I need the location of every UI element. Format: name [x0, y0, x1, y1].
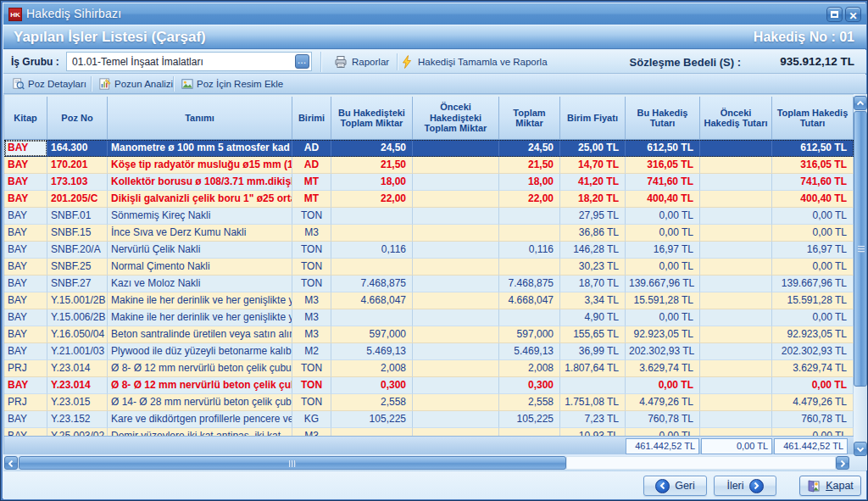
cell-bu_tutar[interactable]: 0,00 TL — [626, 309, 700, 326]
table-row[interactable]: BAYY.21.001/03Plywood ile düz yüzeyli be… — [4, 343, 854, 360]
cell-birim[interactable]: AD — [292, 140, 331, 157]
cell-bu_miktar[interactable]: 2,558 — [331, 394, 413, 411]
table-row[interactable]: BAY164.300Manometre ø 100 mm 5 atmosfer … — [4, 140, 854, 157]
cell-bu_miktar[interactable]: 18,00 — [331, 174, 413, 191]
cell-onceki_tutar[interactable] — [700, 377, 772, 394]
cell-poz[interactable]: Y.23.015 — [47, 394, 108, 411]
cell-kitap[interactable]: BAY — [4, 174, 47, 191]
cell-poz[interactable]: 201.205/C — [47, 191, 108, 208]
cell-birim[interactable]: TON — [292, 259, 331, 276]
cell-toplam_miktar[interactable]: 7.468,875 — [499, 276, 560, 292]
cell-onceki_tutar[interactable] — [700, 360, 772, 377]
cell-poz[interactable]: 170.201 — [47, 157, 108, 174]
cell-poz[interactable]: SNBF.01 — [47, 208, 108, 225]
column-header-poz[interactable]: Poz No — [47, 97, 108, 140]
cell-poz[interactable]: Y.23.014 — [47, 360, 108, 377]
cell-onceki_tutar[interactable] — [700, 343, 772, 360]
column-header-onceki_tutar[interactable]: Önceki Hakediş Tutarı — [700, 97, 772, 140]
poz-resim-ekle-button[interactable]: Poz İçin Resim Ekle — [176, 75, 288, 93]
cell-poz[interactable]: SNBF.20/A — [47, 242, 108, 259]
cell-poz[interactable]: 173.103 — [47, 174, 108, 191]
cell-toplam_tutar[interactable]: 3.629,74 TL — [772, 360, 854, 377]
maximize-button[interactable] — [826, 7, 843, 22]
cell-onceki_tutar[interactable] — [700, 259, 772, 276]
column-header-bu_tutar[interactable]: Bu Hakediş Tutarı — [626, 97, 700, 140]
cell-toplam_tutar[interactable]: 0,00 TL — [772, 377, 854, 394]
table-row[interactable]: BAYY.23.152Kare ve dikdörtgen profillerl… — [4, 411, 854, 428]
cell-birim[interactable]: M3 — [292, 225, 331, 242]
cell-bu_tutar[interactable]: 15.591,28 TL — [626, 292, 700, 309]
cell-kitap[interactable]: BAY — [4, 326, 47, 343]
cell-birim_fiyati[interactable]: 1.751,08 TL — [560, 394, 626, 411]
cell-birim[interactable]: KG — [292, 411, 331, 428]
cell-toplam_miktar[interactable]: 18,00 — [499, 174, 560, 191]
cell-toplam_miktar[interactable]: 2,558 — [499, 394, 560, 411]
cell-kitap[interactable]: BAY — [4, 292, 47, 309]
cell-tanim[interactable]: Plywood ile düz yüzeyli betonarme kalıbı — [108, 343, 292, 360]
horizontal-scroll-thumb[interactable] — [19, 456, 566, 470]
cell-toplam_miktar[interactable]: 105,225 — [499, 411, 560, 428]
table-row[interactable]: BAY170.201Köşe tip radyatör musluğu ø15 … — [4, 157, 854, 174]
table-row[interactable]: BAYY.16.050/04Beton santralinde üretilen… — [4, 326, 854, 343]
cell-kitap[interactable]: BAY — [4, 157, 47, 174]
cell-tanim[interactable]: Dikişli galvanizli çelik boru 1" ø25 ort… — [108, 191, 292, 208]
cell-toplam_tutar[interactable]: 202.302,93 TL — [772, 343, 854, 360]
cell-birim_fiyati[interactable]: 41,20 TL — [560, 174, 626, 191]
cell-tanim[interactable]: Kazı ve Moloz Nakli — [108, 276, 292, 292]
cell-toplam_miktar[interactable]: 0,300 — [499, 377, 560, 394]
cell-bu_miktar[interactable]: 21,50 — [331, 157, 413, 174]
cell-onceki_tutar[interactable] — [700, 174, 772, 191]
scroll-right-button[interactable] — [836, 456, 849, 470]
cell-toplam_tutar[interactable]: 139.667,96 TL — [772, 276, 854, 292]
cell-onceki_miktar[interactable] — [413, 377, 499, 394]
cell-toplam_tutar[interactable]: 92.923,05 TL — [772, 326, 854, 343]
cell-bu_tutar[interactable]: 612,50 TL — [626, 140, 700, 157]
cell-birim[interactable]: TON — [292, 208, 331, 225]
cell-bu_tutar[interactable]: 202.302,93 TL — [626, 343, 700, 360]
cell-toplam_tutar[interactable]: 0,00 TL — [772, 208, 854, 225]
column-header-kitap[interactable]: Kitap — [4, 97, 47, 140]
cell-birim_fiyati[interactable]: 1.807,64 TL — [560, 360, 626, 377]
table-row[interactable]: BAY173.103Kollektör borusu ø 108/3.71 mm… — [4, 174, 854, 191]
cell-tanim[interactable]: Makine ile her derinlik ve her genişlikt… — [108, 309, 292, 326]
column-header-onceki_miktar[interactable]: Önceki Hakedişteki Toplam Miktar — [413, 97, 499, 140]
cell-toplam_miktar[interactable]: 24,50 — [499, 140, 560, 157]
cell-poz[interactable]: SNBF.15 — [47, 225, 108, 242]
scroll-down-button[interactable] — [854, 442, 867, 456]
cell-toplam_miktar[interactable]: 2,008 — [499, 360, 560, 377]
column-header-birim_fiyati[interactable]: Birim Fiyatı — [560, 97, 626, 140]
cell-poz[interactable]: Y.16.050/04 — [47, 326, 108, 343]
horizontal-scrollbar[interactable] — [3, 456, 867, 470]
cell-tanim[interactable]: Köşe tip radyatör musluğu ø15 mm (1 — [108, 157, 292, 174]
cell-bu_tutar[interactable]: 92.923,05 TL — [626, 326, 700, 343]
cell-bu_miktar[interactable]: 5.469,13 — [331, 343, 413, 360]
cell-poz[interactable]: Y.23.152 — [47, 411, 108, 428]
cell-birim_fiyati[interactable]: 18,20 TL — [560, 191, 626, 208]
column-header-toplam_tutar[interactable]: Toplam Hakediş Tutarı — [772, 97, 854, 140]
cell-tanim[interactable]: Kare ve dikdörtgen profillerle pencere v… — [108, 411, 292, 428]
cell-bu_tutar[interactable]: 316,05 TL — [626, 157, 700, 174]
cell-toplam_tutar[interactable]: 0,00 TL — [772, 428, 854, 436]
scroll-left-button[interactable] — [4, 456, 18, 470]
cell-birim[interactable]: M2 — [292, 343, 331, 360]
cell-birim_fiyati[interactable]: 18,70 TL — [560, 276, 626, 292]
cell-onceki_tutar[interactable] — [700, 157, 772, 174]
cell-bu_miktar[interactable]: 7.468,875 — [331, 276, 413, 292]
table-row[interactable]: BAYSNBF.27Kazı ve Moloz NakliTON7.468,87… — [4, 276, 854, 292]
cell-toplam_miktar[interactable] — [499, 259, 560, 276]
cell-onceki_miktar[interactable] — [413, 157, 499, 174]
cell-birim_fiyati[interactable]: 25,00 TL — [560, 140, 626, 157]
cell-toplam_miktar[interactable]: 21,50 — [499, 157, 560, 174]
cell-kitap[interactable]: BAY — [4, 343, 47, 360]
isgrubu-combobox[interactable]: 01.01-Temel İnşaat İmalatları ... — [66, 52, 312, 71]
cell-bu_tutar[interactable]: 4.479,26 TL — [626, 394, 700, 411]
cell-onceki_miktar[interactable] — [413, 208, 499, 225]
cell-onceki_miktar[interactable] — [413, 394, 499, 411]
pozun-analizi-button[interactable]: Pozun Analizi — [94, 75, 178, 93]
cell-toplam_tutar[interactable]: 16,97 TL — [772, 242, 854, 259]
cell-kitap[interactable]: BAY — [4, 225, 47, 242]
cell-poz[interactable]: SNBF.27 — [47, 276, 108, 292]
cell-onceki_tutar[interactable] — [700, 276, 772, 292]
cell-poz[interactable]: Y.15.006/2B — [47, 309, 108, 326]
cell-tanim[interactable]: Nervürlü Çelik Nakli — [108, 242, 292, 259]
